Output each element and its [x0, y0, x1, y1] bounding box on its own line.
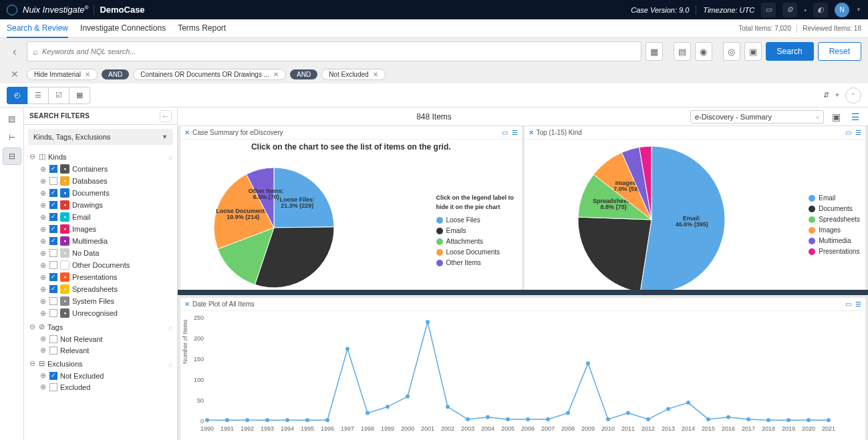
help-icon[interactable]: ◐	[813, 3, 828, 17]
legend-item[interactable]: Presentations	[809, 246, 860, 257]
search-input[interactable]	[42, 47, 635, 55]
calendar-icon[interactable]: ▦	[645, 42, 663, 61]
remove-pill-icon[interactable]: ✕	[373, 71, 378, 78]
save-icon[interactable]: ▣	[744, 42, 762, 61]
tab-terms-report[interactable]: Terms Report	[178, 19, 226, 38]
menu-icon[interactable]: ☰	[855, 129, 861, 136]
checkbox[interactable]	[49, 309, 57, 317]
search-box[interactable]: ⌕	[27, 41, 641, 61]
tree-item[interactable]: ⊕▪System Files	[28, 295, 173, 307]
legend-item[interactable]: Attachments	[436, 236, 517, 247]
clear-filters-button[interactable]: ✕	[7, 69, 23, 79]
panel-separator[interactable]	[178, 290, 868, 295]
filter-pill[interactable]: Not Excluded✕	[321, 69, 385, 80]
date-range-icon[interactable]: ▤	[674, 42, 691, 61]
tree-item[interactable]: ⊕Not Relevant	[28, 333, 173, 345]
target-icon[interactable]: ◉	[695, 42, 712, 61]
chevron-down-icon[interactable]: ▼	[856, 7, 861, 13]
rail-filter-icon[interactable]: ⊟	[3, 148, 21, 165]
network-icon[interactable]: ⇵	[823, 91, 829, 99]
tree-item[interactable]: ⊕▪Databases	[28, 175, 173, 187]
eye-icon[interactable]: ◎	[723, 42, 740, 61]
checkbox[interactable]	[49, 189, 57, 197]
filter-pill[interactable]: Containers OR Documents OR Drawings ...✕	[133, 69, 286, 80]
menu-icon[interactable]: ☰	[512, 129, 518, 136]
legend-item[interactable]: Emails	[436, 226, 517, 236]
checkbox[interactable]	[49, 213, 57, 221]
tree-item[interactable]: ⊕▪Spreadsheets	[28, 283, 173, 295]
collapse-panel-button[interactable]: ⌃	[845, 87, 861, 103]
close-icon[interactable]: ✕	[184, 129, 190, 136]
remove-pill-icon[interactable]: ✕	[273, 71, 279, 78]
tree-item[interactable]: ⊕▪Drawings	[28, 199, 173, 211]
expand-icon[interactable]: ▭	[845, 300, 851, 308]
checkbox[interactable]	[49, 177, 57, 185]
reset-button[interactable]: Reset	[818, 42, 861, 61]
tree-section-exclusions[interactable]: ⊖⊟Exclusions⌕	[28, 357, 173, 370]
tree-item[interactable]: ⊕▪No Data	[28, 247, 173, 259]
menu-icon[interactable]: ☰	[855, 300, 861, 308]
checkbox[interactable]	[49, 201, 57, 209]
legend-item[interactable]: Email	[809, 193, 860, 204]
tree-item[interactable]: ⊕▪Other Documents	[28, 259, 173, 271]
legend-item[interactable]: Multimedia	[809, 236, 860, 246]
save-layout-icon[interactable]: ▣	[829, 112, 843, 122]
search-button[interactable]: Search	[766, 42, 814, 61]
checkbox[interactable]	[49, 237, 57, 245]
tree-section-kinds[interactable]: ⊖◫Kinds⌕	[28, 150, 173, 163]
tree-item[interactable]: ⊕▪Containers	[28, 163, 173, 175]
checkbox[interactable]	[49, 285, 57, 293]
expand-icon[interactable]: ▭	[502, 129, 508, 136]
legend-item[interactable]: Documents	[809, 204, 860, 214]
briefcase-icon[interactable]: ▭	[761, 3, 776, 17]
pie-chart-2[interactable]: Email:46.6% (395)Spreadsheets:8.8% (75)I…	[525, 140, 778, 290]
checkbox[interactable]	[49, 225, 57, 233]
legend-item[interactable]: Loose Files	[436, 215, 517, 226]
tab-search-review[interactable]: Search & Review	[7, 19, 68, 38]
legend-item[interactable]: Images	[809, 225, 860, 236]
avatar[interactable]: N	[835, 3, 849, 17]
sidebar-filter-selector[interactable]: Kinds, Tags, Exclusions▼	[28, 129, 173, 145]
checkbox[interactable]	[49, 249, 57, 257]
tree-item[interactable]: ⊕▪Unrecognised	[28, 307, 173, 319]
checkbox[interactable]	[49, 347, 57, 355]
chevron-down-icon[interactable]: ▼	[835, 92, 840, 98]
line-chart[interactable]: 0501001502002501990199119921993199419951…	[180, 311, 835, 438]
filter-pill[interactable]: Hide Immaterial✕	[27, 69, 98, 80]
back-button[interactable]: ‹	[7, 45, 23, 59]
tree-section-tags[interactable]: ⊖⊘Tags⌕	[28, 320, 173, 333]
checkbox[interactable]	[49, 297, 57, 305]
view-dashboard-button[interactable]: ◴	[7, 87, 28, 104]
sidebar-collapse-button[interactable]: ←	[160, 110, 172, 122]
checkbox[interactable]	[49, 372, 57, 380]
menu-icon[interactable]: ☰	[849, 112, 863, 122]
expand-icon[interactable]: ▭	[845, 129, 851, 136]
tree-item[interactable]: ⊕Not Excluded	[28, 370, 173, 381]
legend-item[interactable]: Other Items	[436, 258, 517, 268]
checkbox[interactable]	[49, 273, 57, 281]
close-icon[interactable]: ✕	[529, 129, 534, 136]
gear-icon[interactable]: ⚙	[782, 3, 797, 17]
legend-item[interactable]: Loose Documents	[436, 247, 517, 258]
view-check-button[interactable]: ☑	[48, 87, 69, 104]
checkbox[interactable]	[49, 383, 57, 391]
remove-pill-icon[interactable]: ✕	[85, 71, 90, 78]
checkbox[interactable]	[49, 261, 57, 269]
tree-item[interactable]: ⊕▪Multimedia	[28, 235, 173, 247]
rail-doc-icon[interactable]: ▤	[3, 110, 21, 128]
tree-item[interactable]: ⊕Excluded	[28, 381, 173, 393]
view-grid-button[interactable]: ▦	[69, 87, 90, 104]
checkbox[interactable]	[49, 335, 57, 343]
results-view-selector[interactable]: e-Discovery - Summary⌵	[690, 110, 824, 124]
pie-chart-1[interactable]: Loose Files:21.3% (229)Loose Documents:1…	[180, 154, 421, 288]
view-list-button[interactable]: ☰	[27, 87, 49, 104]
tab-investigate-connections[interactable]: Investigate Connections	[80, 19, 166, 38]
legend-item[interactable]: Spreadsheets	[809, 214, 860, 225]
tree-item[interactable]: ⊕▪Presentations	[28, 271, 173, 283]
rail-tree-icon[interactable]: ⊢	[3, 129, 21, 146]
tree-item[interactable]: ⊕▪Email	[28, 211, 173, 223]
checkbox[interactable]	[49, 165, 57, 173]
close-icon[interactable]: ✕	[184, 300, 190, 308]
tree-item[interactable]: ⊕Relevant	[28, 345, 173, 356]
tree-item[interactable]: ⊕▪Images	[28, 223, 173, 235]
